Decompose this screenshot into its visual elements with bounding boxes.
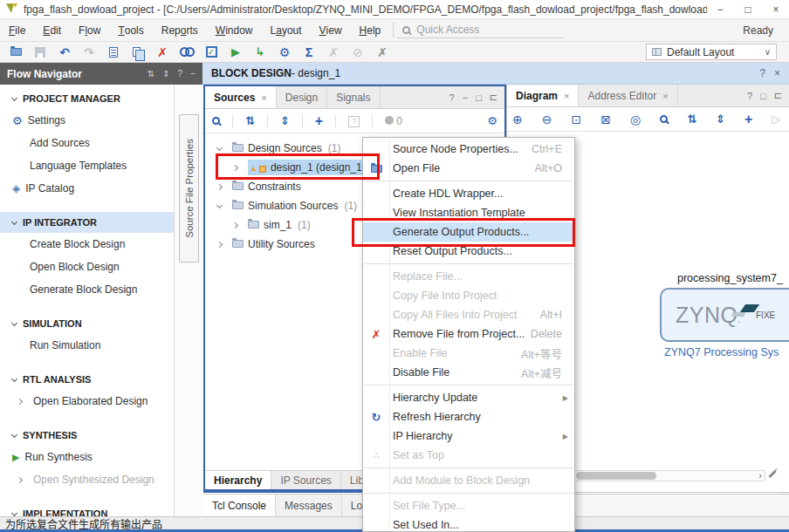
open-project-button[interactable] — [3, 43, 28, 62]
sources-tab-sources[interactable]: Sources× — [205, 86, 277, 108]
help-icon[interactable]: ? — [747, 91, 752, 101]
sigma-button[interactable]: Σ — [297, 43, 321, 62]
close-icon[interactable]: × — [768, 3, 784, 16]
add-ip-icon[interactable]: + — [744, 112, 752, 127]
menu-view[interactable]: View — [311, 19, 351, 41]
chevron-right-icon[interactable] — [232, 164, 238, 170]
menu-edit[interactable]: Edit — [34, 19, 70, 41]
scroll-right-icon[interactable]: › — [758, 470, 762, 481]
sidebar-section-ip-integrator[interactable]: IP INTEGRATOR — [0, 212, 174, 233]
menu-item-refresh-hierarchy[interactable]: ↻Refresh Hierarchy — [363, 407, 574, 426]
source-file-properties-tab[interactable]: Source File Properties — [179, 114, 199, 263]
expand-all-icon[interactable]: ⇕ — [280, 114, 290, 127]
console-tab-messages[interactable]: Messages — [276, 494, 342, 516]
search-icon[interactable] — [212, 115, 220, 127]
sources-bottom-tab-ip-sources[interactable]: IP Sources — [271, 471, 340, 489]
sources-tab-signals[interactable]: Signals — [327, 86, 380, 108]
menu-item-ip-hierarchy[interactable]: IP Hierarchy▶ — [363, 426, 574, 446]
close-icon[interactable]: × — [774, 67, 780, 79]
close-icon[interactable]: × — [261, 92, 266, 103]
zoom-out-icon[interactable]: ⊖ — [542, 113, 552, 126]
find-button[interactable] — [175, 43, 199, 62]
sources-bottom-tab-hierarchy[interactable]: Hierarchy — [205, 471, 271, 489]
maximize-icon[interactable]: □ — [740, 3, 756, 16]
chevron-right-icon[interactable] — [232, 222, 238, 228]
zoom-in-icon[interactable]: ⊕ — [512, 113, 523, 126]
report-button[interactable] — [101, 43, 126, 62]
step-into-button[interactable]: ↳ — [248, 43, 272, 62]
settings-gear-icon[interactable]: ⚙ — [487, 114, 497, 127]
sidebar-item-language-templates[interactable]: Language Templates — [0, 154, 174, 177]
menu-item-disable-file[interactable]: Disable FileAlt+减号 — [363, 363, 574, 382]
menu-item-set-used-in[interactable]: Set Used In... — [363, 515, 574, 532]
sidebar-item-open-synthesized-design[interactable]: Open Synthesized Design — [0, 468, 174, 491]
autofit-icon[interactable]: ◎ — [630, 113, 641, 126]
add-sources-icon[interactable]: + — [315, 113, 323, 129]
sidebar-item-settings[interactable]: ⚙Settings — [0, 109, 174, 132]
run-button[interactable]: ▶ — [223, 43, 248, 62]
settings-gear-button[interactable]: ⚙ — [272, 43, 297, 62]
sidebar-item-run-simulation[interactable]: Run Simulation — [0, 334, 174, 357]
processing-system7-block[interactable]: ZYNQ. FIXE — [660, 288, 789, 342]
collapse-icon[interactable]: ⇅ — [148, 69, 154, 78]
menu-item-view-instantiation-template[interactable]: View Instantiation Template — [363, 203, 574, 222]
help-icon[interactable]: ? — [759, 67, 765, 79]
collapse-all-icon[interactable]: ⇅ — [245, 114, 255, 127]
sources-tab-design[interactable]: Design — [277, 86, 327, 108]
stop-x-button[interactable]: ✗ — [370, 43, 394, 62]
chevron-down-icon[interactable] — [216, 144, 223, 150]
diagram-tab-address-editor[interactable]: Address Editor× — [579, 85, 677, 106]
menu-file[interactable]: File — [0, 19, 34, 41]
menu-layout[interactable]: Layout — [262, 19, 311, 41]
close-icon[interactable]: × — [564, 91, 569, 101]
sidebar-item-generate-block-design[interactable]: Generate Block Design — [0, 278, 174, 301]
chevron-right-icon[interactable] — [216, 241, 223, 247]
sidebar-section-implementation[interactable]: IMPLEMENTATION — [0, 503, 174, 516]
expand-icon[interactable]: ⇕ — [162, 69, 169, 78]
layout-selector[interactable]: Default Layout ∨ — [646, 44, 777, 60]
sidebar-section-simulation[interactable]: SIMULATION — [0, 313, 174, 334]
quick-access-search[interactable]: Quick Access — [397, 22, 565, 38]
help-icon[interactable]: ? — [178, 69, 183, 78]
sidebar-item-open-elaborated-design[interactable]: Open Elaborated Design — [0, 390, 174, 413]
sidebar-item-create-block-design[interactable]: Create Block Design — [0, 233, 174, 256]
search-icon[interactable] — [660, 113, 668, 126]
minimize-icon[interactable]: − — [712, 3, 728, 16]
pencil-icon[interactable] — [768, 470, 776, 478]
sidebar-section-synthesis[interactable]: SYNTHESIS — [0, 425, 174, 446]
menu-window[interactable]: Window — [207, 19, 262, 41]
menu-tools[interactable]: Tools — [109, 19, 152, 41]
validate-button[interactable]: ✓ — [199, 43, 223, 62]
float-icon[interactable]: ⊏ — [490, 92, 497, 103]
sidebar-section-rtl-analysis[interactable]: RTL ANALYSIS — [0, 369, 174, 390]
chevron-right-icon[interactable] — [216, 183, 223, 189]
menu-item-remove-file-from-project[interactable]: ✗Remove File from Project...Delete — [363, 324, 574, 344]
menu-flow[interactable]: Flow — [70, 19, 109, 41]
minimize-icon[interactable]: − — [190, 69, 196, 78]
sidebar-section-project-manager[interactable]: PROJECT MANAGER — [0, 88, 174, 109]
chevron-down-icon[interactable] — [216, 201, 223, 208]
zoom-fit-icon[interactable]: ⊡ — [571, 113, 581, 126]
delete-button[interactable]: ✗ — [150, 43, 175, 62]
maximize-icon[interactable]: □ — [476, 92, 482, 103]
menu-item-generate-output-products[interactable]: Generate Output Products... — [363, 222, 574, 242]
menu-item-source-node-properties[interactable]: Source Node Properties...Ctrl+E — [363, 140, 574, 159]
sidebar-item-run-synthesis[interactable]: ▶Run Synthesis — [0, 446, 174, 468]
menu-help[interactable]: Help — [351, 19, 390, 41]
help-icon[interactable]: ? — [449, 92, 455, 103]
menu-item-hierarchy-update[interactable]: Hierarchy Update▶ — [363, 388, 574, 407]
console-tab-tcl-console[interactable]: Tcl Console — [203, 494, 276, 516]
sidebar-item-open-block-design[interactable]: Open Block Design — [0, 256, 174, 278]
menu-reports[interactable]: Reports — [153, 19, 207, 41]
diagram-tab-diagram[interactable]: Diagram× — [507, 85, 579, 106]
menu-item-create-hdl-wrapper[interactable]: Create HDL Wrapper... — [363, 184, 574, 203]
copy-button[interactable] — [126, 43, 150, 62]
menu-item-reset-output-products[interactable]: Reset Output Products... — [363, 242, 574, 261]
menu-item-open-file[interactable]: Open FileAlt+O — [363, 159, 574, 178]
close-icon[interactable]: × — [662, 91, 668, 101]
scrollbar-thumb[interactable] — [576, 472, 656, 480]
maximize-icon[interactable]: □ — [760, 91, 766, 101]
undo-button[interactable]: ↶ — [52, 43, 77, 62]
fit-selection-icon[interactable]: ⊠ — [600, 113, 611, 126]
float-icon[interactable]: ⊏ — [774, 90, 782, 101]
